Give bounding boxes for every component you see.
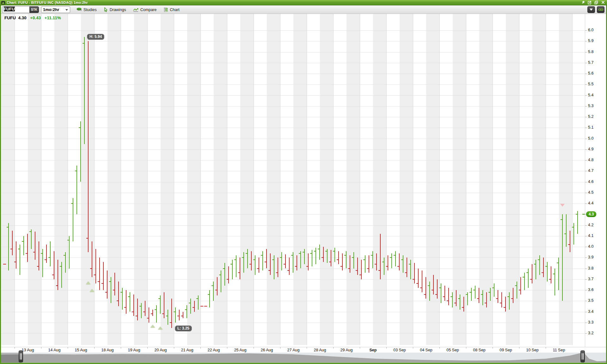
date-axis-tick bbox=[227, 347, 227, 349]
price-bar bbox=[501, 292, 502, 307]
price-axis-tick bbox=[585, 171, 587, 171]
price-bar-close-tick bbox=[344, 255, 346, 256]
price-bar-close-tick bbox=[253, 259, 255, 260]
price-bar-close-tick bbox=[94, 275, 95, 275]
price-axis-tick bbox=[585, 333, 587, 334]
price-axis-tick bbox=[585, 301, 587, 301]
studies-button[interactable]: Studies bbox=[76, 6, 97, 13]
close-icon[interactable] bbox=[601, 0, 605, 5]
session-stripe bbox=[453, 14, 466, 345]
price-axis-label: 3.5 bbox=[588, 298, 593, 303]
price-bar bbox=[69, 236, 70, 269]
price-bar bbox=[95, 249, 96, 284]
horizontal-gridline bbox=[1, 52, 585, 52]
session-gridline bbox=[200, 14, 201, 345]
price-axis-tick bbox=[585, 160, 587, 161]
price-bar-close-tick bbox=[105, 292, 107, 293]
session-gridline bbox=[493, 14, 493, 345]
price-axis-tick bbox=[585, 63, 587, 63]
date-axis-label: 21 Aug bbox=[181, 348, 193, 352]
price-bar bbox=[365, 255, 365, 273]
price-bar-close-tick bbox=[14, 262, 16, 262]
timeline-left-handle[interactable] bbox=[19, 350, 23, 362]
compare-button[interactable]: Compare bbox=[132, 6, 157, 13]
price-axis-tick bbox=[585, 312, 587, 312]
price-bar-close-tick bbox=[413, 279, 414, 280]
session-stripe bbox=[1, 14, 15, 345]
price-bar-close-tick bbox=[170, 322, 171, 323]
price-axis-label: 5.8 bbox=[588, 50, 593, 54]
price-bar-close-tick bbox=[432, 290, 433, 290]
symbol-input[interactable]: FUFU bbox=[2, 6, 29, 13]
price-bar-close-tick bbox=[83, 43, 84, 44]
date-axis-tick bbox=[360, 347, 360, 349]
chart-plot-area[interactable]: FUFU 4.30 +0.43 +11.11% H: 5.94 L: 3.25 bbox=[0, 14, 607, 347]
price-axis-tick bbox=[585, 182, 587, 182]
date-axis-label: 19 Aug bbox=[128, 348, 140, 352]
price-bar-close-tick bbox=[576, 214, 577, 215]
date-axis-label: 29 Aug bbox=[340, 348, 353, 352]
price-bar-close-tick bbox=[174, 312, 175, 312]
timeframe-select[interactable]: 1mo:2hr bbox=[41, 6, 70, 13]
price-bar bbox=[259, 258, 259, 273]
price-bar-close-tick bbox=[234, 259, 236, 260]
price-bar bbox=[145, 301, 145, 316]
price-axis-label: 4.5 bbox=[588, 190, 593, 195]
price-bar bbox=[524, 273, 525, 290]
price-bar bbox=[160, 295, 161, 314]
price-bar-close-tick bbox=[454, 303, 456, 303]
restore-window-icon[interactable] bbox=[594, 0, 598, 5]
price-axis-label: 4.6 bbox=[588, 179, 593, 184]
price-bar-close-tick bbox=[208, 294, 209, 295]
price-bar bbox=[88, 41, 89, 252]
timeline-scrollbar[interactable] bbox=[0, 353, 607, 363]
price-bar-close-tick bbox=[496, 298, 498, 299]
date-axis-tick bbox=[15, 347, 15, 349]
price-bar bbox=[513, 288, 513, 303]
price-bar bbox=[58, 260, 58, 290]
price-bar-close-tick bbox=[488, 292, 490, 293]
trade-marker-up-icon bbox=[158, 327, 162, 330]
price-bar-flat bbox=[204, 306, 207, 306]
price-bar bbox=[152, 310, 153, 316]
date-axis-tick bbox=[413, 347, 413, 349]
price-axis-label: 4.0 bbox=[588, 244, 593, 249]
price-bar bbox=[126, 290, 126, 314]
panel-dropdown-button[interactable] bbox=[587, 6, 595, 13]
session-stripe bbox=[293, 14, 307, 345]
date-axis-label: 08 Sep bbox=[473, 348, 486, 352]
price-bar-close-tick bbox=[405, 272, 407, 273]
pin-icon[interactable] bbox=[581, 0, 585, 5]
timeline-right-handle[interactable] bbox=[580, 350, 585, 362]
price-bar-close-tick bbox=[473, 290, 475, 290]
date-axis-tick bbox=[493, 347, 493, 349]
price-bar-close-tick bbox=[120, 292, 122, 293]
price-bar-close-tick bbox=[246, 253, 247, 254]
price-axis-label: 5.5 bbox=[588, 82, 593, 86]
price-bar-close-tick bbox=[128, 296, 130, 297]
session-gridline bbox=[174, 14, 174, 345]
price-bar bbox=[213, 282, 214, 301]
edit-icon[interactable] bbox=[587, 0, 592, 5]
drawings-button[interactable]: Drawings bbox=[103, 6, 127, 13]
price-bar-close-tick bbox=[33, 252, 35, 252]
price-bar bbox=[137, 299, 138, 320]
price-bar-close-tick bbox=[37, 266, 39, 267]
chart-button[interactable]: Chart bbox=[163, 6, 180, 13]
price-bar-close-tick bbox=[215, 290, 217, 290]
price-bar bbox=[338, 251, 339, 264]
price-bar bbox=[122, 288, 123, 310]
price-axis[interactable]: 6.05.95.85.75.65.55.45.35.25.15.04.94.84… bbox=[585, 14, 606, 347]
price-bar bbox=[331, 250, 331, 266]
date-axis-label: 13 Aug bbox=[22, 348, 34, 352]
price-bar-close-tick bbox=[382, 262, 384, 262]
price-bar bbox=[509, 292, 510, 310]
title-bar[interactable]: Chart: FUFU - BITFUFU INC (NASDAQ) 1mo:2… bbox=[0, 0, 607, 5]
date-axis-tick bbox=[280, 347, 280, 349]
link-windows-button[interactable] bbox=[597, 6, 604, 13]
price-axis-label: 4.8 bbox=[588, 158, 593, 162]
horizontal-gridline bbox=[1, 236, 585, 236]
price-bar bbox=[255, 255, 255, 275]
price-bar bbox=[141, 303, 142, 318]
price-bar-close-tick bbox=[504, 307, 505, 308]
